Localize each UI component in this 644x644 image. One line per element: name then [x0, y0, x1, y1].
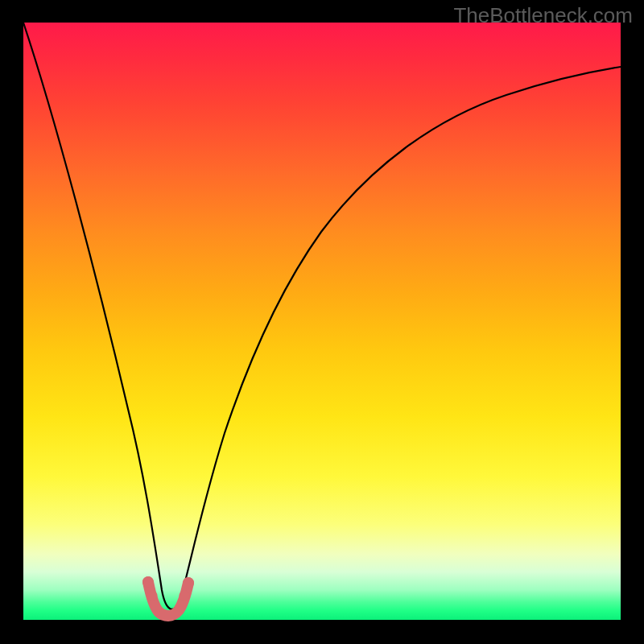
chart-frame: TheBottleneck.com: [0, 0, 644, 644]
marker-dot: [142, 576, 154, 588]
marker-dot: [147, 591, 158, 601]
watermark-text: TheBottleneck.com: [453, 3, 633, 28]
marker-dot: [180, 591, 190, 601]
bottleneck-curve: [23, 23, 621, 609]
curve-layer: [23, 23, 621, 620]
plot-area: [23, 23, 621, 620]
marker-dot: [183, 577, 194, 588]
